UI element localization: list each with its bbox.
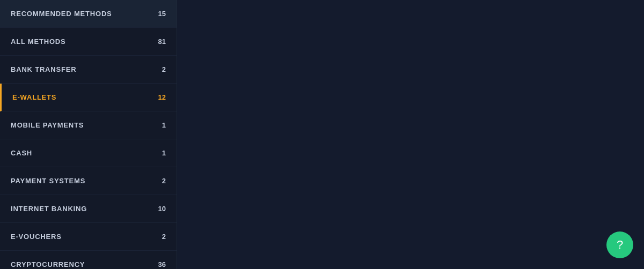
sidebar-count-payment-systems: 2 xyxy=(162,177,166,185)
sidebar-label-e-wallets: E-WALLETS xyxy=(12,93,56,101)
sidebar-item-e-wallets[interactable]: E-WALLETS 12 xyxy=(0,84,177,111)
sidebar-label-cryptocurrency: CRYPTOCURRENCY xyxy=(11,260,85,268)
sidebar-count-mobile-payments: 1 xyxy=(162,121,166,129)
sidebar-item-internet-banking[interactable]: INTERNET BANKING 10 xyxy=(0,195,177,223)
sidebar-item-e-vouchers[interactable]: E-VOUCHERS 2 xyxy=(0,223,177,251)
fab-button[interactable]: ? xyxy=(606,231,633,258)
sidebar-label-all-methods: ALL METHODS xyxy=(11,38,65,46)
sidebar-count-cryptocurrency: 36 xyxy=(158,260,166,268)
sidebar-label-bank-transfer: BANK TRANSFER xyxy=(11,65,76,73)
sidebar-count-e-vouchers: 2 xyxy=(162,233,166,241)
sidebar-item-mobile-payments[interactable]: MOBILE PAYMENTS 1 xyxy=(0,111,177,139)
sidebar: RECOMMENDED METHODS 15 ALL METHODS 81 BA… xyxy=(0,0,177,269)
sidebar-label-mobile-payments: MOBILE PAYMENTS xyxy=(11,121,84,129)
main-content xyxy=(177,0,644,269)
sidebar-item-recommended[interactable]: RECOMMENDED METHODS 15 xyxy=(0,0,177,28)
sidebar-count-internet-banking: 10 xyxy=(158,205,166,213)
sidebar-count-bank-transfer: 2 xyxy=(162,65,166,73)
sidebar-item-cash[interactable]: CASH 1 xyxy=(0,139,177,167)
sidebar-label-internet-banking: INTERNET BANKING xyxy=(11,205,87,213)
sidebar-count-recommended: 15 xyxy=(158,10,166,18)
sidebar-item-payment-systems[interactable]: PAYMENT SYSTEMS 2 xyxy=(0,167,177,195)
sidebar-item-cryptocurrency[interactable]: CRYPTOCURRENCY 36 xyxy=(0,251,177,269)
sidebar-item-all-methods[interactable]: ALL METHODS 81 xyxy=(0,28,177,56)
sidebar-count-all-methods: 81 xyxy=(158,38,166,46)
sidebar-item-bank-transfer[interactable]: BANK TRANSFER 2 xyxy=(0,56,177,84)
sidebar-count-e-wallets: 12 xyxy=(158,93,166,101)
sidebar-label-payment-systems: PAYMENT SYSTEMS xyxy=(11,177,85,185)
sidebar-label-e-vouchers: E-VOUCHERS xyxy=(11,233,62,241)
sidebar-label-recommended: RECOMMENDED METHODS xyxy=(11,10,112,18)
fab-icon: ? xyxy=(617,238,623,252)
sidebar-count-cash: 1 xyxy=(162,149,166,157)
sidebar-label-cash: CASH xyxy=(11,149,32,157)
